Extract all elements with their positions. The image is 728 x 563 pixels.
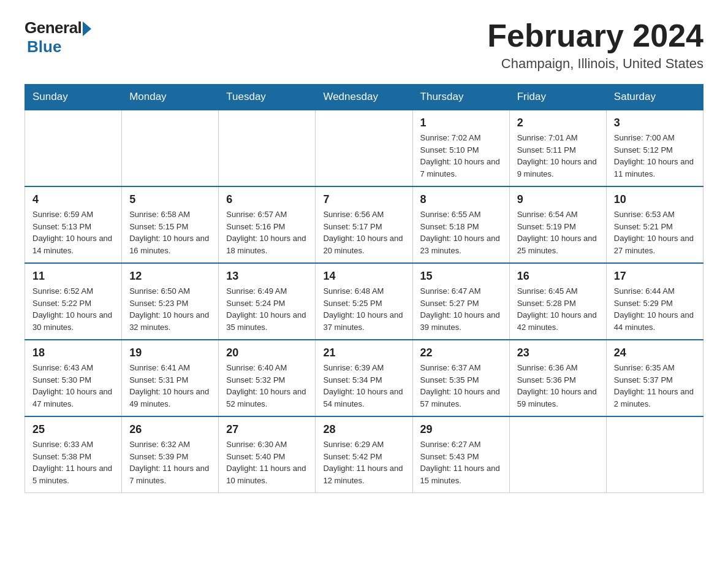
- calendar-header-saturday: Saturday: [606, 85, 703, 110]
- day-info: Sunrise: 6:45 AMSunset: 5:28 PMDaylight:…: [517, 285, 599, 333]
- calendar-cell: 8Sunrise: 6:55 AMSunset: 5:18 PMDaylight…: [412, 186, 509, 263]
- calendar-week-row: 18Sunrise: 6:43 AMSunset: 5:30 PMDayligh…: [25, 340, 703, 416]
- day-number: 16: [517, 270, 599, 283]
- day-number: 18: [32, 347, 114, 359]
- calendar-header-row: SundayMondayTuesdayWednesdayThursdayFrid…: [25, 85, 703, 110]
- day-info: Sunrise: 6:41 AMSunset: 5:31 PMDaylight:…: [129, 362, 211, 410]
- day-info: Sunrise: 6:47 AMSunset: 5:27 PMDaylight:…: [420, 285, 502, 333]
- day-info: Sunrise: 7:01 AMSunset: 5:11 PMDaylight:…: [517, 132, 599, 180]
- day-info: Sunrise: 6:27 AMSunset: 5:43 PMDaylight:…: [420, 439, 502, 486]
- day-number: 25: [32, 423, 114, 436]
- day-number: 2: [517, 117, 599, 129]
- calendar-cell: 2Sunrise: 7:01 AMSunset: 5:11 PMDaylight…: [509, 110, 606, 186]
- calendar-week-row: 25Sunrise: 6:33 AMSunset: 5:38 PMDayligh…: [25, 416, 703, 493]
- day-info: Sunrise: 6:49 AMSunset: 5:24 PMDaylight:…: [226, 285, 308, 333]
- day-info: Sunrise: 6:44 AMSunset: 5:29 PMDaylight:…: [614, 285, 696, 333]
- day-info: Sunrise: 6:35 AMSunset: 5:37 PMDaylight:…: [614, 362, 696, 410]
- logo-arrow-icon: [83, 21, 91, 36]
- calendar-header-sunday: Sunday: [25, 85, 122, 110]
- day-info: Sunrise: 6:36 AMSunset: 5:36 PMDaylight:…: [517, 362, 599, 410]
- day-number: 11: [32, 270, 114, 283]
- calendar-cell: 23Sunrise: 6:36 AMSunset: 5:36 PMDayligh…: [509, 340, 606, 416]
- calendar-cell: 7Sunrise: 6:56 AMSunset: 5:17 PMDaylight…: [316, 186, 412, 263]
- day-number: 15: [420, 270, 502, 283]
- calendar-cell: 28Sunrise: 6:29 AMSunset: 5:42 PMDayligh…: [316, 416, 412, 493]
- calendar-week-row: 4Sunrise: 6:59 AMSunset: 5:13 PMDaylight…: [25, 186, 703, 263]
- logo: General Blue: [25, 18, 91, 56]
- calendar-cell: 11Sunrise: 6:52 AMSunset: 5:22 PMDayligh…: [25, 263, 122, 340]
- calendar-cell: [509, 416, 606, 493]
- calendar-cell: 13Sunrise: 6:49 AMSunset: 5:24 PMDayligh…: [219, 263, 316, 340]
- calendar-cell: [606, 416, 703, 493]
- day-number: 1: [420, 117, 502, 129]
- day-info: Sunrise: 6:53 AMSunset: 5:21 PMDaylight:…: [614, 209, 696, 256]
- day-info: Sunrise: 6:30 AMSunset: 5:40 PMDaylight:…: [226, 439, 308, 486]
- day-number: 23: [517, 347, 599, 359]
- day-number: 4: [32, 193, 114, 206]
- calendar-cell: 24Sunrise: 6:35 AMSunset: 5:37 PMDayligh…: [606, 340, 703, 416]
- calendar-cell: 14Sunrise: 6:48 AMSunset: 5:25 PMDayligh…: [316, 263, 412, 340]
- logo-general-text: General: [25, 18, 82, 37]
- calendar-cell: 21Sunrise: 6:39 AMSunset: 5:34 PMDayligh…: [316, 340, 412, 416]
- calendar-week-row: 1Sunrise: 7:02 AMSunset: 5:10 PMDaylight…: [25, 110, 703, 186]
- day-number: 8: [420, 193, 502, 206]
- calendar-cell: 26Sunrise: 6:32 AMSunset: 5:39 PMDayligh…: [122, 416, 219, 493]
- day-number: 19: [129, 347, 211, 359]
- day-number: 3: [614, 117, 696, 129]
- day-info: Sunrise: 7:02 AMSunset: 5:10 PMDaylight:…: [420, 132, 502, 180]
- calendar-table: SundayMondayTuesdayWednesdayThursdayFrid…: [25, 84, 703, 493]
- day-number: 20: [226, 347, 308, 359]
- day-number: 6: [226, 193, 308, 206]
- calendar-cell: 9Sunrise: 6:54 AMSunset: 5:19 PMDaylight…: [509, 186, 606, 263]
- calendar-cell: [219, 110, 316, 186]
- calendar-cell: 22Sunrise: 6:37 AMSunset: 5:35 PMDayligh…: [412, 340, 509, 416]
- calendar-cell: 3Sunrise: 7:00 AMSunset: 5:12 PMDaylight…: [606, 110, 703, 186]
- calendar-cell: 20Sunrise: 6:40 AMSunset: 5:32 PMDayligh…: [219, 340, 316, 416]
- day-number: 7: [323, 193, 404, 206]
- day-number: 27: [226, 423, 308, 436]
- day-info: Sunrise: 6:54 AMSunset: 5:19 PMDaylight:…: [517, 209, 599, 256]
- day-number: 17: [614, 270, 696, 283]
- calendar-header-tuesday: Tuesday: [219, 85, 316, 110]
- month-title: February 2024: [487, 18, 703, 53]
- day-info: Sunrise: 6:37 AMSunset: 5:35 PMDaylight:…: [420, 362, 502, 410]
- calendar-cell: 4Sunrise: 6:59 AMSunset: 5:13 PMDaylight…: [25, 186, 122, 263]
- calendar-cell: 19Sunrise: 6:41 AMSunset: 5:31 PMDayligh…: [122, 340, 219, 416]
- day-number: 29: [420, 423, 502, 436]
- day-number: 22: [420, 347, 502, 359]
- calendar-cell: 25Sunrise: 6:33 AMSunset: 5:38 PMDayligh…: [25, 416, 122, 493]
- calendar-header-thursday: Thursday: [412, 85, 509, 110]
- day-info: Sunrise: 6:58 AMSunset: 5:15 PMDaylight:…: [129, 209, 211, 256]
- day-number: 24: [614, 347, 696, 359]
- calendar-cell: 6Sunrise: 6:57 AMSunset: 5:16 PMDaylight…: [219, 186, 316, 263]
- calendar-cell: 29Sunrise: 6:27 AMSunset: 5:43 PMDayligh…: [412, 416, 509, 493]
- calendar-cell: [316, 110, 412, 186]
- day-info: Sunrise: 6:43 AMSunset: 5:30 PMDaylight:…: [32, 362, 114, 410]
- calendar-cell: [25, 110, 122, 186]
- day-info: Sunrise: 6:39 AMSunset: 5:34 PMDaylight:…: [323, 362, 404, 410]
- day-info: Sunrise: 6:29 AMSunset: 5:42 PMDaylight:…: [323, 439, 404, 486]
- day-info: Sunrise: 6:55 AMSunset: 5:18 PMDaylight:…: [420, 209, 502, 256]
- day-info: Sunrise: 6:56 AMSunset: 5:17 PMDaylight:…: [323, 209, 404, 256]
- day-number: 28: [323, 423, 404, 436]
- calendar-cell: 12Sunrise: 6:50 AMSunset: 5:23 PMDayligh…: [122, 263, 219, 340]
- day-info: Sunrise: 7:00 AMSunset: 5:12 PMDaylight:…: [614, 132, 696, 180]
- day-info: Sunrise: 6:32 AMSunset: 5:39 PMDaylight:…: [129, 439, 211, 486]
- day-info: Sunrise: 6:57 AMSunset: 5:16 PMDaylight:…: [226, 209, 308, 256]
- calendar-cell: 1Sunrise: 7:02 AMSunset: 5:10 PMDaylight…: [412, 110, 509, 186]
- day-info: Sunrise: 6:59 AMSunset: 5:13 PMDaylight:…: [32, 209, 114, 256]
- calendar-header-monday: Monday: [122, 85, 219, 110]
- day-number: 9: [517, 193, 599, 206]
- day-number: 26: [129, 423, 211, 436]
- calendar-cell: [122, 110, 219, 186]
- day-number: 21: [323, 347, 404, 359]
- calendar-header-wednesday: Wednesday: [316, 85, 412, 110]
- page-header: General Blue February 2024 Champaign, Il…: [25, 18, 703, 72]
- calendar-cell: 18Sunrise: 6:43 AMSunset: 5:30 PMDayligh…: [25, 340, 122, 416]
- calendar-cell: 17Sunrise: 6:44 AMSunset: 5:29 PMDayligh…: [606, 263, 703, 340]
- day-info: Sunrise: 6:40 AMSunset: 5:32 PMDaylight:…: [226, 362, 308, 410]
- calendar-cell: 10Sunrise: 6:53 AMSunset: 5:21 PMDayligh…: [606, 186, 703, 263]
- calendar-cell: 16Sunrise: 6:45 AMSunset: 5:28 PMDayligh…: [509, 263, 606, 340]
- calendar-week-row: 11Sunrise: 6:52 AMSunset: 5:22 PMDayligh…: [25, 263, 703, 340]
- day-info: Sunrise: 6:48 AMSunset: 5:25 PMDaylight:…: [323, 285, 404, 333]
